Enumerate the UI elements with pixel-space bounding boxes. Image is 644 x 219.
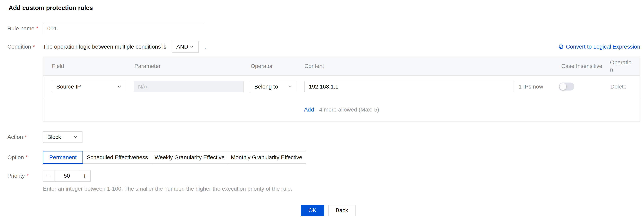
add-condition-link[interactable]: Add (304, 106, 314, 113)
delete-row-link[interactable]: Delete (610, 81, 626, 92)
column-header-case-insensitive: Case Insensitive (561, 63, 602, 69)
option-label-text: Option (8, 154, 24, 161)
add-custom-protection-rules-page: Add custom protection rules Rule name * … (0, 0, 644, 219)
convert-swap-icon (558, 44, 564, 50)
conditions-table: Field Parameter Operator Content Case In… (43, 56, 640, 122)
rule-name-label-text: Rule name (8, 26, 34, 32)
option-label: Option * (8, 151, 28, 164)
ip-count-text: 1 IPs now (518, 81, 543, 92)
column-header-operator: Operator (251, 63, 273, 69)
add-condition-row: Add 4 more allowed (Max: 5) (43, 98, 640, 121)
conditions-table-header: Field Parameter Operator Content Case In… (43, 57, 640, 76)
chevron-down-icon (288, 84, 293, 89)
priority-increase-button[interactable]: + (79, 170, 91, 182)
action-select[interactable]: Block (43, 131, 82, 143)
tab-permanent[interactable]: Permanent (43, 151, 83, 164)
tab-monthly-granularity-effective[interactable]: Monthly Granularity Effective (227, 151, 306, 164)
required-asterisk: * (33, 44, 35, 50)
priority-label: Priority * (8, 170, 28, 182)
required-asterisk: * (25, 134, 27, 140)
condition-sentence: The operation logic between multiple con… (43, 44, 166, 50)
add-condition-hint: 4 more allowed (Max: 5) (319, 106, 379, 113)
field-select-value: Source IP (56, 84, 81, 90)
rule-name-input[interactable] (43, 23, 203, 34)
page-title: Add custom protection rules (8, 4, 93, 12)
logic-operator-select[interactable]: AND (172, 41, 199, 53)
condition-sentence-period: . (204, 44, 206, 50)
ok-button[interactable]: OK (301, 204, 324, 216)
column-header-content: Content (304, 63, 324, 69)
option-tabs: Permanent Scheduled Effectiveness Weekly… (43, 151, 306, 164)
content-input[interactable] (304, 81, 514, 92)
action-label-text: Action (8, 134, 23, 140)
tab-weekly-granularity-effective[interactable]: Weekly Granularity Effective (152, 151, 227, 164)
priority-label-text: Priority (8, 173, 25, 179)
column-header-operation: Operation (610, 59, 633, 73)
case-insensitive-toggle[interactable] (559, 82, 574, 90)
convert-to-logical-expression-link[interactable]: Convert to Logical Expression (558, 41, 640, 53)
priority-hint-text: Enter an integer between 1-100. The smal… (43, 186, 292, 192)
column-header-field: Field (52, 63, 64, 69)
action-select-value: Block (47, 134, 61, 140)
required-asterisk: * (36, 26, 38, 32)
operator-select[interactable]: Belong to (250, 81, 297, 92)
priority-decrease-button[interactable]: − (43, 170, 55, 182)
operator-select-value: Belong to (254, 84, 278, 90)
condition-row: Source IP Belong to 1 IPs now Delete (43, 76, 640, 98)
condition-sentence-row: The operation logic between multiple con… (43, 41, 206, 53)
chevron-down-icon (189, 44, 194, 49)
logic-operator-value: AND (176, 44, 188, 50)
field-select[interactable]: Source IP (52, 81, 126, 92)
toggle-knob (560, 83, 566, 90)
convert-link-text: Convert to Logical Expression (566, 44, 640, 50)
condition-label-text: Condition (8, 44, 31, 50)
required-asterisk: * (26, 154, 28, 160)
priority-value[interactable]: 50 (54, 170, 79, 182)
back-button[interactable]: Back (328, 204, 356, 216)
chevron-down-icon (73, 134, 78, 140)
action-label: Action * (8, 131, 27, 143)
condition-label: Condition * (8, 41, 35, 53)
parameter-input (134, 81, 244, 92)
required-asterisk: * (26, 173, 28, 179)
priority-stepper: − 50 + (43, 170, 91, 182)
chevron-down-icon (117, 84, 122, 89)
rule-name-label: Rule name * (8, 23, 38, 34)
tab-scheduled-effectiveness[interactable]: Scheduled Effectiveness (82, 151, 152, 164)
column-header-parameter: Parameter (134, 63, 160, 69)
